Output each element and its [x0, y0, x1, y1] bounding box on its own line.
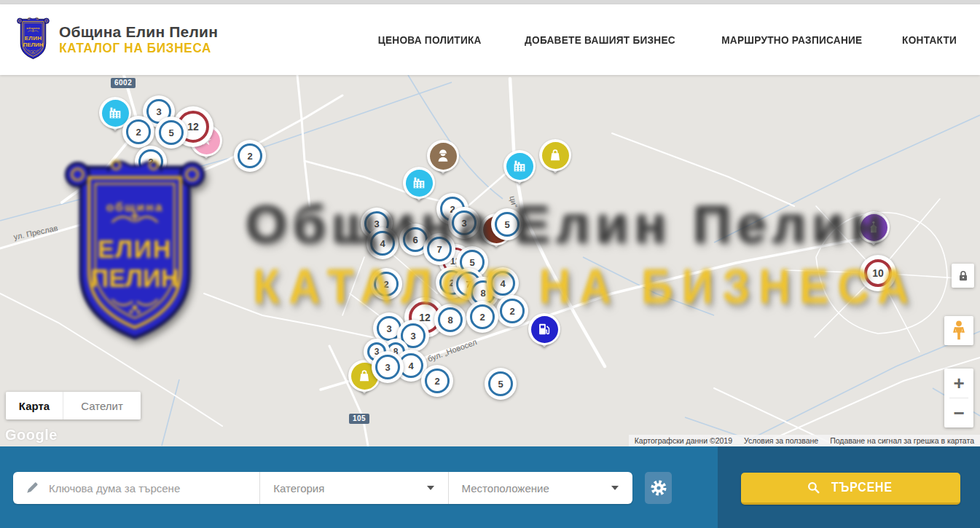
cluster-count: 2	[136, 127, 141, 138]
nav-item-add-business[interactable]: ДОБАВЕТЕ ВАШИЯТ БИЗНЕС	[514, 34, 686, 47]
road-number-badge: 6002	[111, 78, 136, 88]
map-type-control: Карта Сателит	[6, 392, 141, 419]
cluster-count: 4	[408, 360, 413, 371]
church-icon	[861, 214, 887, 241]
map-pin-bag[interactable]	[539, 139, 571, 171]
factory-icon	[506, 153, 533, 180]
street-view-pegman-control[interactable]	[944, 316, 973, 345]
cluster-count: 5	[168, 127, 173, 138]
site-logo[interactable]: Община Елин Пелин КАТАЛОГ НА БИЗНЕСА	[16, 17, 218, 63]
attribution-data-notice: Картографски данни ©2019	[629, 436, 738, 445]
map-cluster-marker[interactable]: 2	[496, 295, 528, 327]
cluster-count: 2	[383, 279, 388, 290]
advanced-settings-button[interactable]	[645, 472, 672, 504]
cluster-count: 5	[469, 257, 474, 268]
cluster-count: 3	[410, 331, 415, 342]
factory-icon	[406, 170, 433, 197]
pegman-icon	[949, 320, 968, 342]
search-icon	[807, 481, 820, 494]
location-select-value: Местоположение	[462, 482, 549, 494]
map-cluster-marker[interactable]: 3	[372, 351, 404, 383]
map-cluster-marker[interactable]: 2	[421, 365, 453, 397]
keyword-field	[13, 472, 260, 504]
cluster-count: 2	[479, 312, 485, 323]
cluster-count: 3	[156, 106, 161, 117]
gear-icon	[650, 479, 667, 497]
nav-item-contacts[interactable]: КОНТАКТИ	[898, 34, 960, 47]
map-attribution: Картографски данни ©2019 Условия за полз…	[629, 435, 980, 446]
chevron-down-icon	[611, 486, 619, 490]
search-button[interactable]: ТЪРСЕНЕ	[741, 473, 960, 505]
location-select[interactable]: Местоположение	[449, 472, 632, 504]
cluster-count: 3	[461, 218, 466, 229]
lock-control[interactable]	[952, 264, 974, 288]
zoom-control: + −	[944, 369, 973, 427]
municipality-crest-icon	[16, 17, 50, 63]
cluster-count: 12	[187, 121, 199, 133]
cluster-count: 2	[434, 376, 439, 387]
cluster-count: 2	[148, 157, 153, 168]
map-cluster-marker[interactable]: 4	[366, 227, 399, 259]
map-cluster-marker[interactable]: 5	[155, 117, 187, 149]
cluster-count: 2	[509, 306, 514, 317]
map-cluster-marker[interactable]: 3	[448, 207, 480, 239]
map-cluster-marker[interactable]: 2	[466, 301, 498, 333]
cluster-count: 8	[447, 315, 452, 326]
road-number-badge: 105	[349, 414, 369, 424]
site-subtitle: КАТАЛОГ НА БИЗНЕСА	[59, 41, 211, 56]
cluster-count: 5	[504, 219, 509, 230]
map-pin-factory[interactable]	[503, 150, 536, 182]
map-pin-factory[interactable]	[403, 167, 435, 199]
chevron-down-icon	[427, 486, 434, 490]
google-logo[interactable]: Google	[5, 427, 58, 444]
zoom-in-button[interactable]: +	[944, 369, 973, 398]
map-cluster-marker[interactable]: 2	[234, 140, 266, 172]
cluster-count: 2	[247, 151, 252, 162]
attribution-report-link[interactable]: Подаване на сигнал за грешка в картата	[824, 436, 980, 445]
cluster-count: 7	[436, 244, 442, 255]
nav-item-pricing[interactable]: ЦЕНОВА ПОЛИТИКА	[371, 34, 488, 47]
map-cluster-marker[interactable]: 10	[860, 255, 896, 291]
cluster-count: 6	[412, 235, 418, 245]
map-cluster-marker[interactable]: 7	[423, 233, 455, 265]
map-cluster-marker[interactable]: 5	[485, 368, 517, 400]
map-cluster-marker[interactable]: 8	[434, 304, 466, 336]
map-pin-church[interactable]	[858, 211, 890, 243]
keyword-input[interactable]	[47, 473, 259, 503]
fuel-icon	[531, 316, 558, 343]
map-cluster-marker[interactable]: 5	[491, 208, 523, 240]
map-canvas[interactable]: ул. Преславбул. „Новоселци“6002105 31225…	[0, 75, 980, 446]
map-cluster-marker[interactable]: 2	[370, 268, 402, 300]
cluster-count: 3	[385, 362, 390, 373]
site-header: Община Елин Пелин КАТАЛОГ НА БИЗНЕСА ЦЕН…	[0, 4, 980, 75]
bag-icon	[542, 142, 569, 169]
worker-icon	[430, 143, 457, 170]
attribution-terms-link[interactable]: Условия за ползване	[738, 436, 824, 445]
cluster-count: 10	[872, 267, 884, 279]
map-cluster-marker[interactable]: 2	[122, 116, 154, 148]
cluster-count: 4	[500, 278, 505, 289]
lock-icon	[956, 269, 971, 283]
cluster-count: 4	[380, 238, 385, 249]
cluster-count: 8	[480, 288, 485, 299]
main-nav: ЦЕНОВА ПОЛИТИКА ДОБАВЕТЕ ВАШИЯТ БИЗНЕС М…	[371, 4, 960, 75]
cluster-count: 5	[498, 379, 503, 390]
cluster-count: 3	[386, 323, 391, 334]
search-fields-group: Категория Местоположение	[13, 472, 632, 504]
map-type-satellite-button[interactable]: Сателит	[63, 392, 141, 419]
map-type-map-button[interactable]: Карта	[6, 392, 63, 419]
category-select[interactable]: Категория	[260, 472, 448, 504]
search-bar: Категория Местоположение ТЪРСЕНЕ	[0, 446, 980, 528]
map-cluster-marker[interactable]: 2	[135, 146, 167, 178]
map-pin-fuel[interactable]	[528, 313, 560, 345]
site-title: Община Елин Пелин	[59, 23, 218, 41]
zoom-out-button[interactable]: −	[944, 398, 973, 427]
category-select-value: Категория	[273, 482, 324, 494]
search-button-label: ТЪРСЕНЕ	[831, 480, 892, 495]
pencil-icon	[26, 481, 39, 494]
logo-text: Община Елин Пелин КАТАЛОГ НА БИЗНЕСА	[59, 23, 218, 56]
nav-item-transport-schedule[interactable]: МАРШРУТНО РАЗПИСАНИЕ	[712, 34, 872, 47]
